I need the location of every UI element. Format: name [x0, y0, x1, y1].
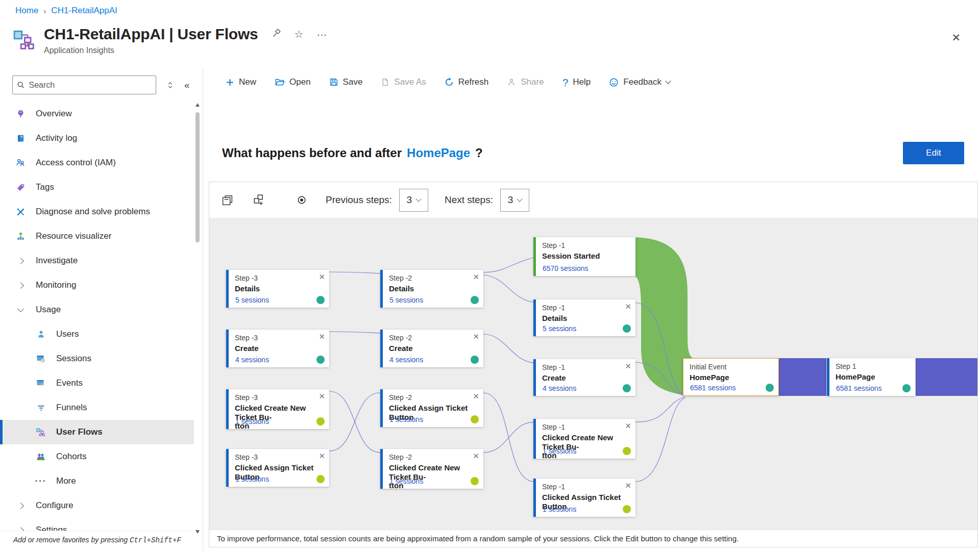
open-button[interactable]: Open [275, 77, 311, 87]
breadcrumb-resource-link[interactable]: CH1-RetailAppAI [51, 6, 117, 16]
sessions-link[interactable]: 1 sessions [389, 477, 423, 485]
sessions-link[interactable]: 1 sessions [235, 475, 269, 483]
save-as-button[interactable]: Save As [381, 77, 426, 87]
sidebar-item-more[interactable]: ··· More [0, 469, 194, 493]
close-icon[interactable]: ✕ [473, 273, 479, 281]
event-type-dot [316, 296, 325, 304]
next-steps-dropdown[interactable]: 3 [500, 189, 529, 212]
purple-flow-band [916, 358, 977, 396]
flow-node-step-1-session-started[interactable]: Step -1 Session Started 6570 sessions [533, 237, 635, 276]
flow-node-step-3-clicked-create[interactable]: ✕ Step -3 Clicked Create New Ticket Bu- … [226, 389, 329, 429]
flow-node-step-1-clicked-create[interactable]: ✕ Step -1 Clicked Create New Ticket Bu- … [533, 419, 635, 459]
search-icon [17, 81, 24, 89]
close-icon[interactable]: ✕ [318, 333, 325, 340]
close-icon[interactable]: ✕ [473, 333, 479, 340]
flow-node-step-2-create[interactable]: ✕ Step -2 Create 4 sessions [380, 330, 483, 367]
sessions-link[interactable]: 1 sessions [543, 505, 576, 513]
flow-node-step-1-create[interactable]: ✕ Step -1 Create 4 sessions [533, 359, 635, 396]
flow-node-step-3-create[interactable]: ✕ Step -3 Create 4 sessions [226, 330, 329, 367]
previous-steps-dropdown[interactable]: 3 [399, 189, 428, 212]
flow-node-step-plus-1-homepage[interactable]: Step 1 HomePage 6581 sessions [827, 358, 915, 396]
collapse-sidebar-icon[interactable]: « [184, 80, 190, 91]
breadcrumb-home-link[interactable]: Home [15, 6, 38, 16]
sidebar-item-sessions[interactable]: Sessions [0, 346, 194, 371]
save-button[interactable]: Save [329, 77, 363, 87]
application-insights-user-flows-icon [13, 29, 37, 52]
main-content: New Open Save Save As Refresh Share [203, 67, 980, 551]
close-icon[interactable]: ✕ [625, 303, 631, 310]
sidebar-item-activity-log[interactable]: Activity log [0, 126, 194, 151]
sessions-link[interactable]: 1 sessions [389, 415, 423, 423]
sessions-link[interactable]: 6570 sessions [543, 264, 589, 272]
sidebar-group-usage[interactable]: Usage [0, 297, 194, 322]
sidebar-search[interactable] [12, 76, 156, 94]
edit-button[interactable]: Edit [903, 142, 964, 164]
sessions-link[interactable]: 4 sessions [543, 384, 576, 392]
scroll-up-icon[interactable] [195, 103, 200, 107]
share-button[interactable]: Share [507, 77, 544, 87]
close-icon[interactable]: ✕ [473, 392, 479, 400]
close-icon[interactable]: ✕ [625, 482, 631, 489]
event-type-dot [623, 447, 631, 455]
sidebar-group-configure[interactable]: Configure [0, 493, 194, 518]
search-input[interactable] [29, 81, 152, 90]
flow-node-step-1-clicked-assign[interactable]: ✕ Step -1 Clicked Assign Ticket Button 1… [533, 479, 635, 517]
refresh-icon [445, 78, 454, 87]
sessions-link[interactable]: 6581 sessions [836, 384, 882, 392]
more-options-icon[interactable]: ··· [316, 29, 327, 39]
scrollbar-thumb[interactable] [195, 112, 200, 242]
flow-node-step-1-details[interactable]: ✕ Step -1 Details 5 sessions [533, 299, 635, 336]
homepage-event-link[interactable]: HomePage [407, 146, 470, 160]
save-as-icon [381, 78, 389, 87]
previous-steps-label: Previous steps: [326, 194, 392, 206]
sidebar-item-tags[interactable]: Tags [0, 175, 194, 199]
flow-node-step-2-clicked-assign[interactable]: ✕ Step -2 Clicked Assign Ticket Button 1… [380, 389, 483, 427]
sessions-link[interactable]: 1 sessions [543, 447, 576, 455]
sidebar-scrollbar[interactable] [194, 100, 202, 537]
sidebar-item-events[interactable]: Events [0, 371, 194, 395]
feedback-button[interactable]: Feedback [609, 77, 670, 87]
flow-icon [36, 428, 46, 437]
close-icon[interactable]: ✕ [473, 452, 479, 460]
collapse-nodes-icon[interactable] [221, 194, 234, 207]
sessions-link[interactable]: 6581 sessions [690, 384, 736, 392]
close-icon[interactable]: ✕ [318, 273, 325, 281]
scroll-down-icon[interactable] [195, 530, 200, 534]
sessions-link[interactable]: 5 sessions [543, 324, 576, 333]
sidebar-item-diagnose[interactable]: Diagnose and solve problems [0, 199, 194, 224]
flow-node-step-2-details[interactable]: ✕ Step -2 Details 5 sessions [380, 270, 483, 308]
close-icon[interactable]: ✕ [625, 422, 631, 430]
sessions-link[interactable]: 5 sessions [235, 296, 269, 304]
help-button[interactable]: ? Help [562, 77, 591, 88]
expand-collapse-groups-icon[interactable] [166, 81, 174, 89]
sidebar-item-users[interactable]: Users [0, 322, 194, 346]
chart-controls: Previous steps: 3 Next steps: 3 [209, 182, 977, 218]
expand-nodes-icon[interactable] [252, 193, 265, 207]
flow-node-step-3-details[interactable]: ✕ Step -3 Details 5 sessions [226, 270, 329, 308]
sidebar-item-cohorts[interactable]: Cohorts [0, 444, 194, 469]
flow-node-step-3-clicked-assign[interactable]: ✕ Step -3 Clicked Assign Ticket Button 1… [226, 449, 329, 487]
close-icon[interactable]: ✕ [318, 452, 325, 460]
sidebar-group-monitoring[interactable]: Monitoring [0, 273, 194, 297]
focus-node-icon[interactable] [296, 194, 307, 206]
sessions-link[interactable]: 5 sessions [389, 296, 423, 304]
pin-icon[interactable] [272, 29, 281, 40]
sidebar-item-resource-visualizer[interactable]: Resource visualizer [0, 224, 194, 248]
close-blade-icon[interactable]: ✕ [951, 32, 961, 44]
sessions-link[interactable]: 4 sessions [389, 356, 423, 364]
refresh-button[interactable]: Refresh [445, 77, 489, 87]
sidebar-group-investigate[interactable]: Investigate [0, 248, 194, 273]
favorite-star-icon[interactable]: ☆ [295, 29, 304, 39]
new-button[interactable]: New [226, 77, 256, 87]
close-icon[interactable]: ✕ [625, 362, 631, 370]
user-icon [36, 330, 46, 339]
close-icon[interactable]: ✕ [318, 392, 325, 400]
flow-node-step-2-clicked-create[interactable]: ✕ Step -2 Clicked Create New Ticket Bu- … [380, 449, 483, 489]
sidebar-item-overview[interactable]: Overview [0, 102, 194, 126]
sidebar-item-funnels[interactable]: Funnels [0, 395, 194, 420]
flow-node-initial-event-homepage[interactable]: Initial Event HomePage 6581 sessions [683, 358, 779, 396]
sidebar-item-user-flows[interactable]: User Flows [0, 420, 194, 444]
sessions-link[interactable]: 4 sessions [235, 356, 269, 364]
sessions-link[interactable]: 1 sessions [235, 417, 269, 425]
sidebar-item-access-control[interactable]: Access control (IAM) [0, 151, 194, 175]
